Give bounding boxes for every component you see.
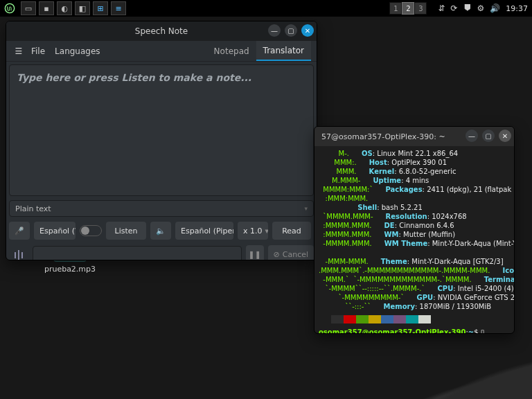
menu-languages[interactable]: Languages xyxy=(55,46,100,56)
cancel-icon: ⊘ xyxy=(274,250,280,259)
terminal-window: 57@osomar357-OptiPlex-390: ~ — ▢ ✕ M-. O… xyxy=(314,126,515,334)
menu-launcher[interactable] xyxy=(0,0,19,17)
desktop-file-label: prueba2.mp3 xyxy=(39,265,101,274)
speaker-icon[interactable]: 🔈 xyxy=(150,222,171,240)
read-button[interactable]: Read xyxy=(272,222,311,240)
mint-logo-icon xyxy=(4,3,15,14)
hamburger-icon[interactable]: ☰ xyxy=(12,46,26,56)
progress-bar[interactable] xyxy=(33,246,242,260)
taskbar-item[interactable]: ⊞ xyxy=(93,1,108,15)
tab-translator[interactable]: Translator xyxy=(256,41,311,61)
speech-note-window: Speech Note — ▢ ✕ ☰ File Languages Notep… xyxy=(6,21,317,260)
maximize-button[interactable]: ▢ xyxy=(482,130,495,142)
menubar: ☰ File Languages Notepad Translator xyxy=(6,41,317,62)
clock[interactable]: 19:37 xyxy=(506,4,528,13)
maximize-button[interactable]: ▢ xyxy=(285,24,297,37)
pause-button[interactable]: ❚❚ xyxy=(246,245,264,260)
listen-button[interactable]: Listen xyxy=(106,222,146,240)
svg-point-0 xyxy=(5,3,14,12)
taskbar-item[interactable]: ◐ xyxy=(57,1,72,15)
output-voice-select[interactable]: Español (Piper S xyxy=(175,222,233,240)
taskbar-item[interactable]: ▪ xyxy=(39,1,54,15)
network-icon[interactable]: ⚙ xyxy=(477,4,485,12)
window-title: 57@osomar357-OptiPlex-390: ~ xyxy=(321,132,466,141)
workspace-2[interactable]: 2 xyxy=(402,2,414,15)
format-label: Plain text xyxy=(15,204,51,213)
titlebar[interactable]: Speech Note — ▢ ✕ xyxy=(6,21,317,41)
minimize-button[interactable]: — xyxy=(466,130,478,142)
format-select[interactable]: Plain text ▾ xyxy=(9,200,314,217)
taskbar-item[interactable]: ▭ xyxy=(21,1,36,15)
close-button[interactable]: ✕ xyxy=(301,24,314,37)
toggle-switch[interactable] xyxy=(80,225,102,236)
updater-icon[interactable]: ⟳ xyxy=(450,4,457,12)
taskbar-item[interactable]: ◧ xyxy=(75,1,90,15)
system-tray: ⇵ ⟳ ⛊ ⚙ 🔊 xyxy=(432,4,506,12)
cancel-button[interactable]: ⊘Cancel xyxy=(268,245,314,260)
volume-icon[interactable]: 🔊 xyxy=(490,4,500,12)
note-textarea[interactable]: Type here or press Listen to make a note… xyxy=(9,64,314,196)
speed-select[interactable]: x 1.0 xyxy=(238,222,268,240)
menu-file[interactable]: File xyxy=(31,46,45,56)
mic-icon[interactable]: 🎤 xyxy=(9,222,30,240)
minimize-button[interactable]: — xyxy=(268,24,281,37)
workspace-1[interactable]: 1 xyxy=(389,2,402,15)
workspace-3[interactable]: 3 xyxy=(414,2,427,15)
dropbox-icon[interactable]: ⇵ xyxy=(438,4,445,12)
tab-notepad[interactable]: Notepad xyxy=(207,41,256,61)
input-language-select[interactable]: Español (W xyxy=(34,222,76,240)
window-title: Speech Note xyxy=(135,26,188,36)
workspace-switcher[interactable]: 1 2 3 xyxy=(389,2,427,15)
titlebar[interactable]: 57@osomar357-OptiPlex-390: ~ — ▢ ✕ xyxy=(314,127,514,146)
close-button[interactable]: ✕ xyxy=(499,130,511,142)
top-panel: ▭ ▪ ◐ ◧ ⊞ ≡ 1 2 3 ⇵ ⟳ ⛊ ⚙ 🔊 19:37 xyxy=(0,0,532,17)
terminal-output[interactable]: M-. OS: Linux Mint 22.1 x86_64 MMM:. Hos… xyxy=(314,146,514,334)
chevron-down-icon: ▾ xyxy=(304,205,308,212)
waveform-icon: ı|ı xyxy=(9,248,28,261)
taskbar-item[interactable]: ≡ xyxy=(111,1,126,15)
shield-icon[interactable]: ⛊ xyxy=(463,4,472,12)
